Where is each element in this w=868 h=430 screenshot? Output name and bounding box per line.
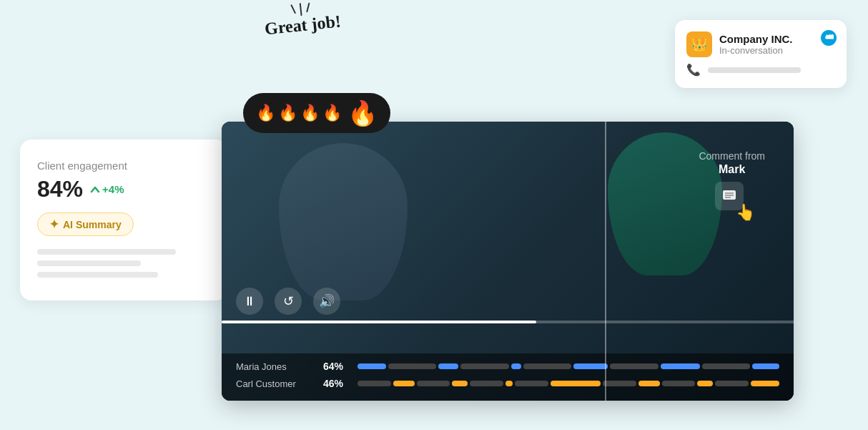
bar-seg [702,363,750,369]
company-name: Company INC. [719,33,793,45]
speaker-tracks: Maria Jones 64% Carl Customer 46% [222,353,794,401]
progress-track[interactable] [222,321,794,323]
bar-seg [460,363,508,369]
comment-popup: Comment from Mark 👆 [699,150,765,216]
bar-seg [357,363,386,369]
client-engagement-card: Client engagement 84% +4% ✦ AI Summary [20,140,227,300]
bar-seg [357,381,391,386]
speaker-pct-maria: 64% [323,361,349,372]
bar-seg [603,381,636,386]
rewind-button[interactable]: ↺ [275,288,302,315]
volume-button[interactable]: 🔊 [313,288,340,315]
speaker-name-carl: Carl Customer [236,378,315,389]
fire-icon-big: 🔥 [347,99,378,127]
bar-seg [697,381,713,386]
engagement-percent: 84% [37,176,83,202]
bar-seg [470,381,503,386]
bar-seg [715,381,749,386]
bar-seg [417,381,450,386]
video-panel: Comment from Mark 👆 ⏸ ↺ 🔊 Maria Jones [222,122,794,401]
controls-bar: ⏸ ↺ 🔊 [222,288,794,315]
person-silhouette-left [279,143,408,300]
speaker-pct-carl: 46% [323,378,349,389]
pause-button[interactable]: ⏸ [236,288,263,315]
fire-icon-1: 🔥 [256,104,275,122]
message-icon [721,188,737,204]
cloud-icon [824,34,834,41]
bar-seg [610,363,658,369]
company-card-header: 👑 Company INC. In-conversation [686,31,835,57]
bar-seg [752,363,779,369]
speaker-name-maria: Maria Jones [236,361,315,372]
fire-bar: 🔥 🔥 🔥 🔥 🔥 [243,93,390,133]
divider-line [605,122,606,401]
bar-seg [573,363,608,369]
bar-seg [511,363,521,369]
engagement-change: +4% [90,183,124,195]
bar-seg [393,381,415,386]
company-info: Company INC. In-conversation [719,33,793,56]
company-card: 👑 Company INC. In-conversation 📞 [675,20,847,88]
company-status: In-conversation [719,45,793,56]
speaker-row-carl: Carl Customer 46% [236,378,779,389]
phone-row: 📞 [686,63,835,77]
fire-icon-3: 🔥 [300,104,320,122]
bar-seg [662,381,696,386]
bar-seg [523,363,571,369]
skeleton-line-1 [37,249,176,255]
bar-seg [515,381,548,386]
bar-seg [638,381,660,386]
bar-seg [438,363,458,369]
skeleton-line-2 [37,260,141,266]
crown-icon: 👑 [691,36,707,52]
cursor-hand-icon: 👆 [736,203,755,222]
progress-fill [222,321,536,323]
engagement-label: Client engagement [37,160,210,172]
bar-seg [452,381,468,386]
comment-icon-wrap: 👆 [715,182,749,216]
ai-summary-label: AI Summary [63,219,122,230]
company-icon: 👑 [686,31,712,57]
arrow-up-icon [90,185,100,195]
comment-from-label: Comment from [699,150,765,162]
phone-number-skeleton [708,67,801,73]
comment-name: Mark [719,163,745,176]
salesforce-logo [821,30,837,46]
bar-seg [661,363,700,369]
bar-seg [505,381,513,386]
sparkle-icon: ✦ [49,218,59,231]
phone-icon: 📞 [686,63,701,77]
track-bars-maria [357,362,779,371]
track-bars-carl [357,379,779,388]
skeleton-line-3 [37,272,158,278]
bar-seg [388,363,436,369]
ai-summary-button[interactable]: ✦ AI Summary [37,212,134,236]
fire-icon-4: 🔥 [322,104,342,122]
speaker-row-maria: Maria Jones 64% [236,361,779,372]
bar-seg [751,381,779,386]
engagement-row: 84% +4% [37,176,210,202]
fire-icon-2: 🔥 [278,104,297,122]
great-job-text: Great job! [264,11,342,38]
bar-seg [551,381,601,386]
